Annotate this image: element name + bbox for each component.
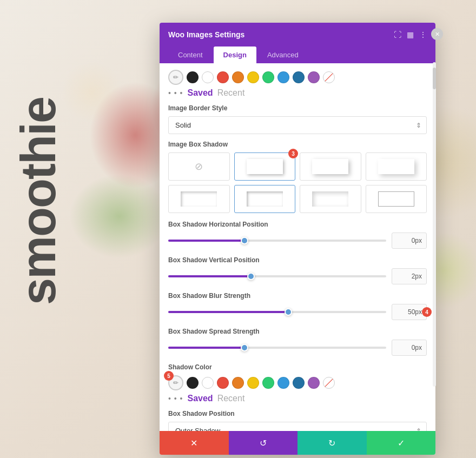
top-color-purple[interactable] xyxy=(308,71,320,83)
box-shadow-position-label: Box Shadow Position xyxy=(168,410,427,417)
horizontal-slider-track-wrap[interactable] xyxy=(168,240,386,242)
blur-slider-thumb[interactable] xyxy=(285,308,292,316)
shadow-color-purple[interactable] xyxy=(308,377,320,389)
blur-strength-label: Box Shadow Blur Strength xyxy=(168,292,427,300)
vertical-slider-thumb[interactable] xyxy=(247,273,255,280)
vertical-position-control: 2px xyxy=(168,268,427,284)
spread-strength-label: Box Shadow Spread Strength xyxy=(168,328,427,335)
top-saved-label[interactable]: Saved xyxy=(187,88,213,98)
panel-footer: ✕ ↺ ↻ ✓ xyxy=(160,431,435,455)
shadow-recent-label[interactable]: Recent xyxy=(217,394,245,403)
shadow-option-inset2[interactable] xyxy=(300,185,361,213)
blur-badge-4: 4 xyxy=(422,307,432,317)
shadow-outer3-preview xyxy=(378,159,414,174)
top-color-white[interactable] xyxy=(202,71,214,83)
shadow-color-more[interactable]: • • • xyxy=(168,394,183,403)
panel-title: Woo Images Settings xyxy=(168,30,244,39)
top-color-red[interactable] xyxy=(217,71,229,83)
top-color-green[interactable] xyxy=(262,71,274,83)
shadow-inset-active-preview xyxy=(247,191,283,207)
top-color-pencil-btn[interactable]: ✏ xyxy=(168,70,183,85)
shadow-color-black[interactable] xyxy=(187,377,199,389)
shadow-color-green[interactable] xyxy=(262,377,274,389)
top-color-yellow[interactable] xyxy=(247,71,259,83)
spread-slider-track-wrap[interactable] xyxy=(168,347,386,349)
top-color-blue-dark[interactable] xyxy=(293,71,305,83)
cancel-button[interactable]: ✕ xyxy=(160,431,229,455)
tab-design[interactable]: Design xyxy=(214,47,256,63)
horizontal-position-row: Box Shadow Horizontal Position 0px xyxy=(168,221,427,249)
panel-body: ✏ • • • Saved Recent Image Border Style … xyxy=(160,63,435,431)
settings-panel: Woo Images Settings ⛶ ▦ ⋮ Content Design… xyxy=(160,23,435,455)
image-border-style-select[interactable]: Solid None Dashed Dotted Double xyxy=(168,116,427,134)
box-shadow-position-select[interactable]: Outer Shadow Inner Shadow xyxy=(168,422,427,431)
tab-advanced[interactable]: Advanced xyxy=(257,47,308,63)
top-color-orange[interactable] xyxy=(232,71,244,83)
top-recent-label[interactable]: Recent xyxy=(217,88,245,98)
image-box-shadow-label: Image Box Shadow xyxy=(168,141,427,148)
vertical-position-row: Box Shadow Vertical Position 2px xyxy=(168,256,427,284)
top-color-picker-row: ✏ xyxy=(168,70,427,85)
top-color-black[interactable] xyxy=(187,71,199,83)
scrollbar-track xyxy=(433,62,436,387)
shadow-option-outer1[interactable]: 3 xyxy=(234,152,296,181)
save-button[interactable]: ✓ xyxy=(367,431,436,455)
shadow-color-blue-dark[interactable] xyxy=(293,377,305,389)
tab-content[interactable]: Content xyxy=(168,47,213,63)
blur-value-display: 50px 4 xyxy=(392,304,427,320)
shadow-badge-3: 3 xyxy=(288,149,298,158)
smoothie-text: smoothie xyxy=(11,97,67,305)
shadow-option-inset-active[interactable] xyxy=(234,185,296,213)
shadow-grid: ⊘ 3 xyxy=(168,152,427,213)
top-color-blue[interactable] xyxy=(277,71,289,83)
spread-slider-track xyxy=(168,347,386,349)
blur-strength-row: Box Shadow Blur Strength 50px 4 xyxy=(168,292,427,320)
image-border-style-label: Image Border Style xyxy=(168,104,427,112)
panel-header: Woo Images Settings ⛶ ▦ ⋮ xyxy=(160,23,435,47)
spread-slider-thumb[interactable] xyxy=(241,344,248,351)
horizontal-value-display: 0px xyxy=(392,233,427,249)
box-shadow-position-select-wrap: Outer Shadow Inner Shadow ⇕ xyxy=(168,422,427,431)
shadow-outer1-preview xyxy=(247,159,283,174)
panel-close-button[interactable]: ✕ xyxy=(431,28,443,40)
shadow-color-yellow[interactable] xyxy=(247,377,259,389)
shadow-color-badge-5: 5 xyxy=(164,371,174,381)
vertical-slider-track xyxy=(168,275,386,277)
shadow-color-orange[interactable] xyxy=(232,377,244,389)
shadow-none-icon: ⊘ xyxy=(195,161,203,172)
blur-strength-control: 50px 4 xyxy=(168,304,427,320)
blur-slider-track-wrap[interactable] xyxy=(168,311,386,313)
columns-icon[interactable]: ▦ xyxy=(407,30,414,39)
shadow-color-none[interactable] xyxy=(323,377,335,389)
shadow-option-outer2[interactable] xyxy=(300,152,361,181)
horizontal-position-label: Box Shadow Horizontal Position xyxy=(168,221,427,228)
spread-strength-row: Box Shadow Spread Strength 0px xyxy=(168,328,427,356)
shadow-option-corner[interactable] xyxy=(366,185,427,213)
horizontal-slider-thumb[interactable] xyxy=(241,237,248,244)
panel-header-icons: ⛶ ▦ ⋮ xyxy=(394,30,427,39)
more-options-icon[interactable]: ⋮ xyxy=(419,30,427,39)
spread-slider-fill xyxy=(168,347,244,349)
shadow-option-none[interactable]: ⊘ xyxy=(168,152,230,181)
top-color-none[interactable] xyxy=(323,71,335,83)
blur-slider-fill xyxy=(168,311,288,313)
shadow-saved-label[interactable]: Saved xyxy=(187,394,213,403)
vertical-slider-track-wrap[interactable] xyxy=(168,275,386,277)
shadow-option-outer3[interactable] xyxy=(366,152,427,181)
shadow-color-white[interactable] xyxy=(202,377,214,389)
shadow-color-label: Shadow Color xyxy=(168,363,427,371)
fullscreen-icon[interactable]: ⛶ xyxy=(394,30,401,39)
top-color-more[interactable]: • • • xyxy=(168,89,183,97)
shadow-corner-preview xyxy=(378,191,414,207)
shadow-option-inset1[interactable] xyxy=(168,185,230,213)
shadow-inset2-preview xyxy=(312,191,348,207)
shadow-color-picker-row: 5 ✏ xyxy=(168,375,427,390)
shadow-color-blue[interactable] xyxy=(277,377,289,389)
reset-button[interactable]: ↺ xyxy=(229,431,298,455)
scrollbar-thumb[interactable] xyxy=(433,68,436,89)
redo-button[interactable]: ↻ xyxy=(298,431,367,455)
shadow-color-red[interactable] xyxy=(217,377,229,389)
vertical-slider-fill xyxy=(168,275,251,277)
horizontal-position-control: 0px xyxy=(168,233,427,249)
shadow-outer2-preview xyxy=(312,159,348,174)
